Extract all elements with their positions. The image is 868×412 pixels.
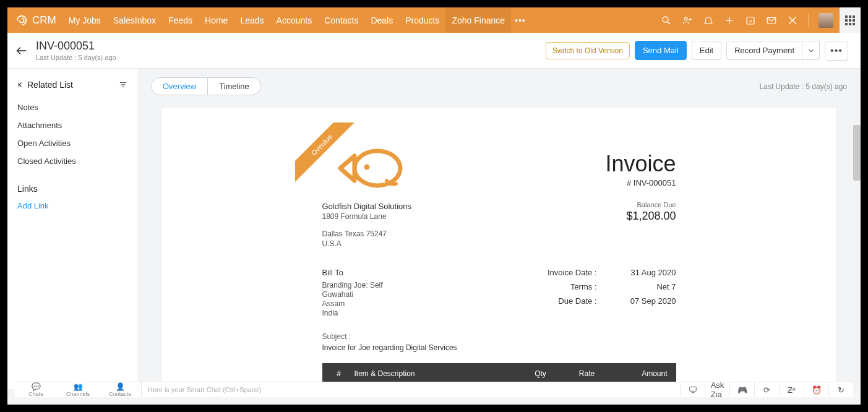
sidebar-item-closed-activities[interactable]: Closed Activities [17, 152, 127, 170]
chevron-down-icon [808, 48, 814, 54]
notifications-icon[interactable]: Zᵃ [779, 382, 804, 397]
invoice-date-value: 31 Aug 2020 [627, 268, 676, 277]
bell-icon[interactable] [703, 15, 714, 26]
main-content: Overview Timeline Last Update : 5 day(s)… [137, 69, 861, 389]
invoice-card: Overdue Goldfish Digital Solutions [162, 108, 836, 384]
top-navigation: CRM My Jobs SalesInbox Feeds Home Leads … [7, 7, 861, 33]
nav-items: My Jobs SalesInbox Feeds Home Leads Acco… [62, 7, 511, 33]
tab-overview[interactable]: Overview [152, 78, 208, 95]
add-link-button[interactable]: Add Link [17, 199, 127, 213]
divider [808, 14, 809, 27]
nav-my-jobs[interactable]: My Jobs [62, 7, 107, 33]
invoice-meta: Invoice Date : 31 Aug 2020 Terms : Net 7… [535, 268, 676, 317]
company-name: Goldfish Digital Solutions [322, 202, 412, 211]
tab-row: Overview Timeline Last Update : 5 day(s)… [151, 77, 847, 95]
nav-deals[interactable]: Deals [364, 7, 399, 33]
invoice-number: # INV-000051 [605, 178, 676, 187]
col-amount: Amount [612, 369, 668, 378]
terms-label: Terms : [535, 282, 597, 291]
nav-products[interactable]: Products [399, 7, 445, 33]
page-title: INV-000051 [36, 40, 116, 53]
apps-launcher-icon[interactable] [840, 7, 861, 33]
subject-block: Subject : Invoice for Joe regarding Digi… [322, 332, 676, 352]
game-icon[interactable]: 🎮 [729, 382, 754, 397]
bottom-chats[interactable]: 💬 Chats [15, 383, 57, 397]
overdue-ribbon: Overdue [295, 122, 369, 197]
more-actions-button[interactable]: ••• [825, 41, 848, 61]
nav-zoho-finance[interactable]: Zoho Finance [445, 7, 511, 33]
nav-accounts[interactable]: Accounts [270, 7, 319, 33]
col-number: # [331, 369, 347, 378]
calendar-icon[interactable]: 31 [745, 15, 756, 26]
page-header: INV-000051 Last Update : 5 day(s) ago Sw… [7, 33, 861, 69]
chat-icon: 💬 [15, 383, 57, 390]
bottom-bar: 💬 Chats 👥 Channels 👤 Contacts Here is yo… [15, 382, 853, 397]
bottom-channels[interactable]: 👥 Channels [57, 383, 99, 397]
history-icon[interactable]: ↻ [828, 382, 853, 397]
brand-name: CRM [32, 14, 56, 27]
sidebar: Related List Notes Attachments Open Acti… [7, 69, 137, 389]
nav-home[interactable]: Home [199, 7, 234, 33]
due-date-label: Due Date : [535, 296, 597, 306]
nav-feeds[interactable]: Feeds [162, 7, 199, 33]
svg-text:31: 31 [749, 19, 753, 23]
tools-icon[interactable] [787, 15, 798, 26]
ask-zia-button[interactable]: Ask Zia [705, 382, 729, 397]
zoho-logo-icon [15, 14, 28, 27]
switch-old-version-button[interactable]: Switch to Old Version [546, 42, 630, 59]
bill-to-line-1: Branding Joe: Self [322, 281, 383, 290]
invite-users-icon[interactable] [682, 15, 693, 26]
scrollbar-thumb[interactable] [853, 125, 861, 181]
bill-to-line-3: Assam [322, 299, 383, 308]
bill-to-header: Bill To [322, 268, 383, 277]
nav-salesinbox[interactable]: SalesInbox [107, 7, 162, 33]
smart-chat-input[interactable]: Here is your Smart Chat (Ctrl+Space) [141, 382, 680, 397]
search-icon[interactable] [661, 15, 672, 26]
crm-logo: CRM [15, 14, 56, 27]
nav-more-icon[interactable]: ••• [515, 15, 526, 25]
due-date-value: 07 Sep 2020 [627, 296, 676, 306]
related-list-label: Related List [27, 80, 73, 90]
refresh-icon[interactable]: ⟳ [754, 382, 779, 397]
balance-due-label: Balance Due [605, 201, 676, 208]
sidebar-item-notes[interactable]: Notes [17, 98, 127, 116]
col-qty: Qty [519, 369, 562, 378]
collapse-icon[interactable] [17, 82, 24, 88]
clock-icon[interactable]: ⏰ [804, 382, 828, 397]
overdue-label: Overdue [295, 122, 364, 187]
plus-icon[interactable] [724, 15, 735, 26]
balance-due-amount: $1,208.00 [605, 210, 676, 223]
col-rate: Rate [562, 369, 612, 378]
user-avatar[interactable] [819, 13, 833, 28]
sidebar-item-attachments[interactable]: Attachments [17, 116, 127, 134]
nav-contacts[interactable]: Contacts [318, 7, 364, 33]
contacts-icon: 👤 [99, 383, 141, 390]
channels-icon: 👥 [57, 383, 99, 390]
bill-to-line-2: Guwahati [322, 290, 383, 299]
links-header: Links [17, 184, 127, 194]
svg-line-1 [668, 22, 670, 24]
links-label: Links [17, 184, 38, 194]
filter-list-icon[interactable] [119, 80, 127, 89]
send-mail-button[interactable]: Send Mail [635, 41, 687, 60]
tab-timeline[interactable]: Timeline [208, 78, 260, 95]
screen-share-icon[interactable] [680, 382, 705, 397]
company-address-line2: Dallas Texas 75247 [322, 230, 412, 238]
nav-leads[interactable]: Leads [234, 7, 270, 33]
invoice-summary: Invoice # INV-000051 Balance Due $1,208.… [605, 126, 676, 223]
company-country: U.S.A [322, 239, 412, 248]
invoice-date-label: Invoice Date : [535, 268, 597, 277]
subject-label: Subject : [322, 332, 676, 341]
items-table-header: # Item & Description Qty Rate Amount [322, 363, 676, 384]
bottom-contacts[interactable]: 👤 Contacts [99, 383, 141, 397]
related-list-header: Related List [17, 80, 127, 90]
svg-rect-9 [767, 17, 776, 23]
record-payment-button[interactable]: Record Payment [726, 41, 802, 60]
record-payment-dropdown[interactable] [802, 41, 820, 60]
mail-icon[interactable] [766, 15, 777, 26]
edit-button[interactable]: Edit [692, 41, 721, 60]
sidebar-item-open-activities[interactable]: Open Activities [17, 134, 127, 152]
page-subtitle: Last Update : 5 day(s) ago [36, 54, 116, 61]
top-right-icons: 31 [661, 13, 833, 28]
back-arrow-icon[interactable] [15, 44, 28, 58]
